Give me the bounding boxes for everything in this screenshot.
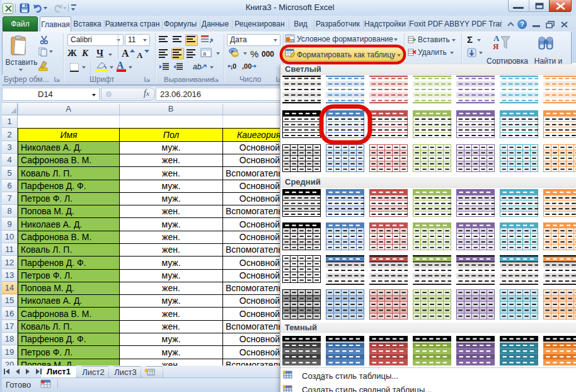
svg-text:a: a [203, 50, 206, 57]
svg-text:ab: ab [193, 62, 202, 71]
svg-text:ss: ss [290, 38, 295, 42]
